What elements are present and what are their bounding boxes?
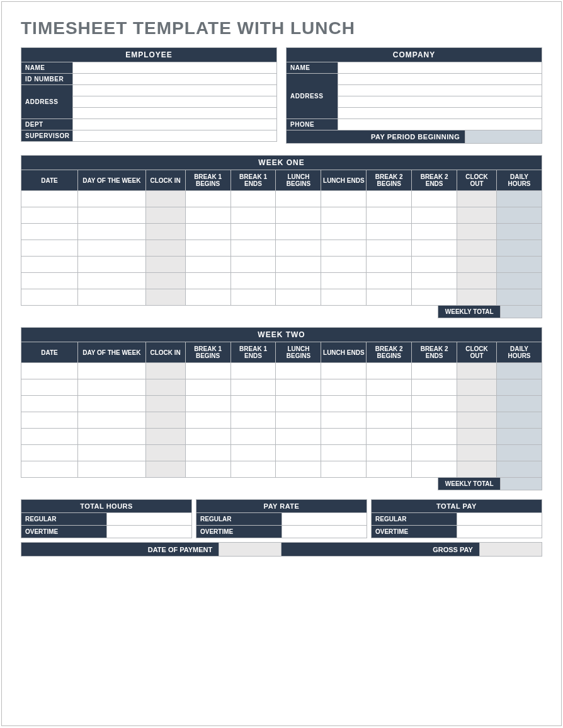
cell[interactable] <box>185 429 230 445</box>
cell[interactable] <box>77 224 145 240</box>
cell[interactable] <box>230 257 276 273</box>
cell[interactable] <box>145 461 185 478</box>
employee-name-field[interactable] <box>73 62 277 74</box>
employee-dept-field[interactable] <box>73 119 277 130</box>
cell[interactable] <box>367 412 412 429</box>
cell[interactable] <box>77 396 145 412</box>
cell[interactable] <box>496 289 542 306</box>
cell[interactable] <box>412 363 457 379</box>
cell[interactable] <box>367 191 412 207</box>
cell[interactable] <box>21 273 78 289</box>
cell[interactable] <box>496 191 542 207</box>
cell[interactable] <box>276 224 321 240</box>
cell[interactable] <box>457 224 497 240</box>
cell[interactable] <box>276 273 321 289</box>
cell[interactable] <box>145 379 185 396</box>
cell[interactable] <box>457 207 497 224</box>
cell[interactable] <box>230 445 276 461</box>
week-two-total-value[interactable] <box>501 478 542 490</box>
pay-period-field[interactable] <box>465 130 542 144</box>
cell[interactable] <box>276 257 321 273</box>
cell[interactable] <box>367 207 412 224</box>
cell[interactable] <box>496 445 542 461</box>
cell[interactable] <box>145 240 185 257</box>
cell[interactable] <box>21 445 78 461</box>
company-address1-field[interactable] <box>338 74 542 85</box>
cell[interactable] <box>77 429 145 445</box>
cell[interactable] <box>21 396 78 412</box>
cell[interactable] <box>77 207 145 224</box>
cell[interactable] <box>496 379 542 396</box>
cell[interactable] <box>367 396 412 412</box>
cell[interactable] <box>21 379 78 396</box>
cell[interactable] <box>276 412 321 429</box>
cell[interactable] <box>276 363 321 379</box>
cell[interactable] <box>457 191 497 207</box>
cell[interactable] <box>276 396 321 412</box>
employee-address1-field[interactable] <box>73 85 277 96</box>
cell[interactable] <box>412 379 457 396</box>
cell[interactable] <box>185 257 230 273</box>
cell[interactable] <box>21 429 78 445</box>
cell[interactable] <box>21 363 78 379</box>
cell[interactable] <box>145 429 185 445</box>
company-address2-field[interactable] <box>338 85 542 96</box>
employee-supervisor-field[interactable] <box>73 130 277 142</box>
cell[interactable] <box>321 396 367 412</box>
cell[interactable] <box>367 273 412 289</box>
cell[interactable] <box>412 461 457 478</box>
cell[interactable] <box>276 445 321 461</box>
cell[interactable] <box>77 461 145 478</box>
cell[interactable] <box>230 191 276 207</box>
cell[interactable] <box>367 461 412 478</box>
cell[interactable] <box>457 461 497 478</box>
th-regular-field[interactable] <box>106 513 192 526</box>
cell[interactable] <box>412 445 457 461</box>
cell[interactable] <box>496 273 542 289</box>
cell[interactable] <box>276 379 321 396</box>
company-name-field[interactable] <box>338 62 542 74</box>
cell[interactable] <box>145 289 185 306</box>
cell[interactable] <box>185 396 230 412</box>
cell[interactable] <box>185 363 230 379</box>
cell[interactable] <box>496 257 542 273</box>
cell[interactable] <box>276 191 321 207</box>
cell[interactable] <box>185 224 230 240</box>
cell[interactable] <box>21 412 78 429</box>
cell[interactable] <box>77 273 145 289</box>
company-address3-field[interactable] <box>338 96 542 108</box>
cell[interactable] <box>412 273 457 289</box>
cell[interactable] <box>230 224 276 240</box>
cell[interactable] <box>21 289 78 306</box>
cell[interactable] <box>496 224 542 240</box>
cell[interactable] <box>412 240 457 257</box>
cell[interactable] <box>321 379 367 396</box>
cell[interactable] <box>77 379 145 396</box>
cell[interactable] <box>21 191 78 207</box>
cell[interactable] <box>412 412 457 429</box>
pr-regular-field[interactable] <box>282 513 367 526</box>
cell[interactable] <box>321 412 367 429</box>
cell[interactable] <box>77 240 145 257</box>
cell[interactable] <box>412 191 457 207</box>
cell[interactable] <box>457 363 497 379</box>
date-of-payment-field[interactable] <box>219 543 282 557</box>
cell[interactable] <box>367 363 412 379</box>
week-one-total-value[interactable] <box>501 306 542 318</box>
cell[interactable] <box>77 191 145 207</box>
cell[interactable] <box>185 445 230 461</box>
cell[interactable] <box>412 207 457 224</box>
cell[interactable] <box>367 289 412 306</box>
cell[interactable] <box>230 240 276 257</box>
cell[interactable] <box>276 429 321 445</box>
cell[interactable] <box>457 445 497 461</box>
cell[interactable] <box>321 240 367 257</box>
cell[interactable] <box>145 257 185 273</box>
cell[interactable] <box>367 445 412 461</box>
cell[interactable] <box>412 429 457 445</box>
cell[interactable] <box>412 224 457 240</box>
cell[interactable] <box>145 363 185 379</box>
cell[interactable] <box>496 240 542 257</box>
cell[interactable] <box>185 412 230 429</box>
cell[interactable] <box>185 191 230 207</box>
